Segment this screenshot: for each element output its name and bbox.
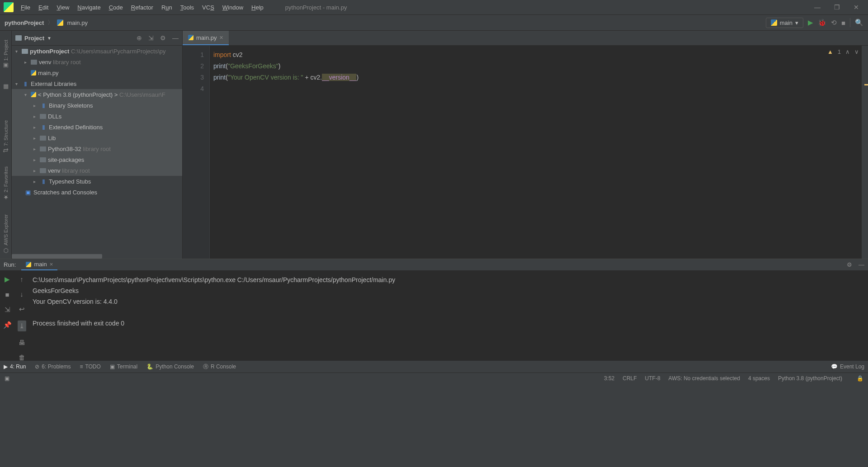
- chevron-down-icon: ▾: [795, 19, 798, 26]
- project-tree[interactable]: ▾ pythonProject C:\Users\msaur\PycharmPr…: [12, 46, 182, 259]
- breadcrumb-file[interactable]: main.py: [67, 19, 88, 26]
- status-linesep[interactable]: CRLF: [623, 375, 637, 382]
- menu-code[interactable]: Code: [105, 1, 127, 14]
- menu-edit[interactable]: Edit: [35, 1, 52, 14]
- soft-wrap-icon[interactable]: ↩: [19, 305, 25, 313]
- tree-external-libs[interactable]: ▾ External Libraries: [12, 78, 182, 89]
- menu-tools[interactable]: Tools: [177, 1, 198, 14]
- tree-project-root[interactable]: ▾ pythonProject C:\Users\msaur\PycharmPr…: [12, 46, 182, 57]
- pin-icon[interactable]: 📌: [3, 321, 12, 329]
- menu-run[interactable]: Run: [158, 1, 176, 14]
- tree-site-packages[interactable]: ▸ site-packages: [12, 154, 182, 165]
- toolwindows-icon[interactable]: ▣: [5, 375, 9, 382]
- hide-icon[interactable]: —: [172, 34, 179, 42]
- statusbar: ▣ 3:52 CRLF UTF-8 AWS: No credentials se…: [0, 373, 868, 384]
- inspection-widget[interactable]: ▲ 1 ∧ ∨: [827, 48, 859, 55]
- project-toolwindow-button[interactable]: ▣1: Project: [2, 40, 9, 69]
- coverage-icon[interactable]: ⟲: [831, 19, 837, 27]
- close-tab-icon[interactable]: ×: [220, 34, 223, 41]
- layout-icon[interactable]: ⇲: [5, 306, 10, 314]
- tree-venv[interactable]: ▸ venv library root: [12, 57, 182, 67]
- divider: [850, 18, 850, 27]
- breadcrumb-project[interactable]: pythonProject: [5, 19, 44, 26]
- menu-view[interactable]: View: [53, 1, 73, 14]
- tree-python38[interactable]: ▸ Python38-32 library root: [12, 143, 182, 154]
- lock-icon[interactable]: 🔒: [857, 375, 863, 382]
- scroll-to-end-icon[interactable]: ⤓: [18, 321, 26, 331]
- menu-window[interactable]: Window: [219, 1, 247, 14]
- hide-icon[interactable]: —: [859, 261, 864, 268]
- rerun-icon[interactable]: ▶: [5, 275, 10, 283]
- status-interpreter[interactable]: Python 3.8 (pythonProject): [778, 375, 842, 382]
- tool-terminal[interactable]: ▣Terminal: [110, 363, 137, 370]
- status-indent[interactable]: 4 spaces: [748, 375, 770, 382]
- settings-icon[interactable]: ⚙: [847, 261, 852, 268]
- library-icon: [40, 178, 47, 184]
- run-output[interactable]: C:\Users\msaur\PycharmProjects\pythonPro…: [29, 271, 868, 361]
- status-position[interactable]: 3:52: [604, 375, 614, 382]
- tree-dlls[interactable]: ▸ DLLs: [12, 111, 182, 122]
- tree-binary-skeletons[interactable]: ▸ Binary Skeletons: [12, 100, 182, 111]
- tree-scratches[interactable]: ▣ Scratches and Consoles: [12, 187, 182, 198]
- select-opened-icon[interactable]: ⊕: [137, 34, 142, 42]
- stop-icon[interactable]: ■: [5, 291, 9, 298]
- editor-tab-mainpy[interactable]: main.py ×: [183, 31, 229, 45]
- editor: main.py × 1 2 3 4 import cv2 print("Geek…: [183, 31, 868, 259]
- error-stripe[interactable]: [862, 46, 868, 259]
- tree-mainpy[interactable]: main.py: [12, 67, 182, 78]
- tool-run[interactable]: ▶4: Run: [4, 363, 26, 370]
- up-stack-icon[interactable]: ↑: [20, 275, 24, 283]
- expand-all-icon[interactable]: ⇲: [148, 34, 154, 42]
- code-text[interactable]: import cv2 print("GeeksForGeeks") print(…: [210, 46, 862, 259]
- next-highlight-icon[interactable]: ∨: [854, 48, 859, 55]
- close-icon[interactable]: ✕: [854, 4, 859, 11]
- tree-lib[interactable]: ▸ Lib: [12, 132, 182, 143]
- structure-toolwindow-button[interactable]: ⇅7: Structure: [2, 120, 9, 153]
- run-tab[interactable]: main ×: [21, 259, 57, 270]
- run-tab-label: main: [34, 261, 47, 268]
- library-icon: [40, 102, 47, 108]
- favorites-toolwindow-button[interactable]: ★2: Favorites: [2, 166, 9, 201]
- menu-navigate[interactable]: Navigate: [74, 1, 104, 14]
- tool-problems[interactable]: ⊘6: Problems: [35, 363, 71, 370]
- tree-python-lib[interactable]: ▾ < Python 3.8 (pythonProject) > C:\User…: [12, 89, 182, 100]
- aws-toolwindow-button[interactable]: ⬡AWS Explorer: [2, 214, 9, 254]
- close-tab-icon[interactable]: ×: [50, 261, 53, 268]
- toolwindow-icon[interactable]: ▦: [3, 83, 9, 90]
- line-number: 2: [183, 61, 204, 72]
- prev-highlight-icon[interactable]: ∧: [845, 48, 850, 55]
- tool-python-console[interactable]: 🐍Python Console: [146, 363, 194, 370]
- debug-icon[interactable]: 🐞: [818, 19, 826, 27]
- stop-icon[interactable]: ■: [841, 19, 845, 27]
- todo-icon: ≡: [80, 363, 83, 370]
- menu-help[interactable]: Help: [248, 1, 267, 14]
- tree-typeshed[interactable]: ▸ Typeshed Stubs: [12, 176, 182, 187]
- print-icon[interactable]: 🖶: [19, 339, 25, 346]
- status-aws[interactable]: AWS: No credentials selected: [669, 375, 740, 382]
- maximize-icon[interactable]: ❐: [834, 4, 840, 11]
- run-icon[interactable]: ▶: [808, 19, 813, 27]
- menu-file[interactable]: File: [17, 1, 34, 14]
- tree-extended-definitions[interactable]: ▸ Extended Definitions: [12, 122, 182, 132]
- search-icon[interactable]: 🔍: [855, 19, 863, 27]
- down-stack-icon[interactable]: ↓: [20, 290, 24, 298]
- settings-icon[interactable]: ⚙: [160, 34, 166, 42]
- status-encoding[interactable]: UTF-8: [645, 375, 660, 382]
- run-config-selector[interactable]: main ▾: [766, 18, 803, 28]
- tree-label: main.py: [38, 70, 59, 76]
- horizontal-scrollbar[interactable]: [12, 254, 102, 259]
- tool-r-console[interactable]: ⓇR Console: [203, 363, 236, 371]
- tree-label: Python38-32: [48, 146, 81, 152]
- menu-vcs[interactable]: VCS: [198, 1, 218, 14]
- output-line: Process finished with exit code 0: [33, 318, 864, 329]
- menu-refactor[interactable]: Refactor: [127, 1, 157, 14]
- tree-hint: library root: [83, 146, 110, 152]
- chevron-down-icon[interactable]: ▼: [47, 36, 52, 41]
- tool-event-log[interactable]: 💬Event Log: [831, 363, 864, 370]
- minimize-icon[interactable]: —: [814, 4, 821, 11]
- warning-mark[interactable]: [864, 84, 868, 85]
- tool-todo[interactable]: ≡TODO: [80, 363, 100, 370]
- clear-icon[interactable]: 🗑: [19, 354, 25, 361]
- tree-venv-lib[interactable]: ▸ venv library root: [12, 165, 182, 176]
- project-panel-title[interactable]: Project: [24, 35, 44, 42]
